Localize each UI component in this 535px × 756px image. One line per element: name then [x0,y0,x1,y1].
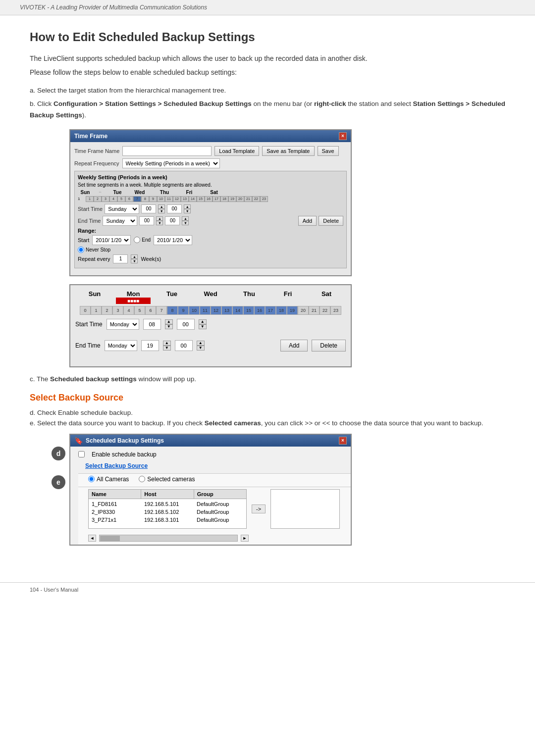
step-e-text: Select the data source you want to backu… [37,419,483,427]
repeat-every-input[interactable] [113,254,128,263]
time-frame-dialog: Time Frame × Time Frame Name Load Templa… [69,129,352,276]
backup-dialog: 🔖 Scheduled Backup Settings × d Enable s… [69,434,352,546]
large-end-hour-input[interactable] [141,340,159,351]
start-hour-spinner[interactable]: ▲ ▼ [158,204,165,213]
repeat-every-up[interactable]: ▲ [131,254,138,259]
large-end-min-input[interactable] [175,340,193,351]
time-frame-title: Time Frame [74,133,107,140]
start-day-select[interactable]: Sunday [105,204,139,214]
table-row[interactable]: 1_FD8161 192.168.5.101 DefaultGroup [89,500,246,508]
start-min-input[interactable] [167,204,182,213]
large-start-hour-input[interactable] [143,319,161,330]
large-start-min-up[interactable]: ▲ [199,319,207,324]
end-hour-down[interactable]: ▼ [156,221,163,225]
scroll-track[interactable] [99,535,238,542]
hour-cell-6: 6 [125,196,133,202]
repeat-every-down[interactable]: ▼ [131,259,138,263]
start-min-down[interactable]: ▼ [184,209,191,213]
large-start-hour-up[interactable]: ▲ [165,319,173,324]
end-min-input[interactable] [165,216,180,225]
large-end-hour-spinner[interactable]: ▲ ▼ [163,341,171,351]
enable-schedule-checkbox[interactable] [78,451,85,457]
range-section: Range: Start 2010/ 1/20 End 2010/ [78,228,343,263]
never-stop-radio[interactable] [78,247,84,253]
selected-cameras-radio[interactable] [139,476,145,482]
range-start-label: Start [78,237,89,243]
step-b-label: b. [30,100,37,107]
d-circle-container: d [52,447,69,460]
hour-cell-19: 19 [228,196,236,202]
hour-cell-17: 17 [213,196,220,202]
time-frame-close-button[interactable]: × [339,132,347,140]
table-row[interactable]: 3_PZ71x1 192.168.3.101 DefaultGroup [89,516,246,524]
selected-cameras-option: Selected cameras [139,476,195,483]
end-day-select[interactable]: Sunday [103,216,137,226]
large-end-min-down[interactable]: ▼ [197,346,205,351]
lhc-22: 22 [320,306,330,315]
save-button[interactable]: Save [318,146,339,156]
large-end-min-up[interactable]: ▲ [197,341,205,346]
scroll-left-button[interactable]: ◄ [88,535,96,542]
large-start-day-select[interactable]: Monday [107,319,139,330]
start-hour-up[interactable]: ▲ [158,204,165,209]
large-delete-button[interactable]: Delete [312,340,346,352]
hour-grid-prefix: 1 [78,197,85,201]
large-end-hour-down[interactable]: ▼ [163,346,171,351]
large-end-min-spinner[interactable]: ▲ ▼ [197,341,205,351]
large-action-row: Add Delete [280,340,346,352]
all-cameras-option: All Cameras [88,476,129,483]
cam-host-0: 192.168.5.101 [141,501,194,507]
large-start-min-down[interactable]: ▼ [199,324,207,329]
day-label-thu: Thu [152,190,177,195]
backup-close-button[interactable]: × [339,437,347,445]
large-start-min-input[interactable] [177,319,195,330]
step-a-text: Select the target station from the hiera… [37,87,226,94]
all-cameras-radio[interactable] [88,476,95,482]
time-frame-titlebar: Time Frame × [70,130,351,142]
repeat-frequency-select[interactable]: Weekly Setting (Periods in a week) [122,158,220,168]
backup-title: Scheduled Backup Settings [86,437,164,444]
add-button[interactable]: Add [298,216,317,226]
end-hour-up[interactable]: ▲ [156,216,163,221]
cameras-table: Name Host Group 1_FD8161 192.168.5.101 D… [88,489,247,529]
range-end-radio[interactable] [134,237,140,243]
scroll-right-button[interactable]: ► [241,535,249,542]
day-label-wed: Wed [127,190,152,195]
start-min-up[interactable]: ▲ [184,204,191,209]
end-hour-spinner[interactable]: ▲ ▼ [156,216,163,225]
load-template-button[interactable]: Load Template [214,146,259,156]
start-hour-input[interactable] [141,204,156,213]
hour-cell-4: 4 [109,196,117,202]
hour-cell-9: 9 [149,196,157,202]
large-add-button[interactable]: Add [280,340,308,352]
step-a-label: a. [30,87,37,94]
range-end-radio-label: End [134,237,151,243]
large-start-hour-spinner[interactable]: ▲ ▼ [165,319,173,329]
lhc-11: 11 [200,306,211,315]
repeat-every-spinner[interactable]: ▲ ▼ [131,254,138,263]
save-as-template-button[interactable]: Save as Template [262,146,314,156]
delete-button[interactable]: Delete [319,216,343,226]
time-frame-name-input[interactable] [122,146,212,156]
end-min-up[interactable]: ▲ [182,216,189,221]
cameras-outer: e All Cameras Selected cameras [70,473,351,545]
backup-titlebar: 🔖 Scheduled Backup Settings × [70,435,351,447]
large-start-hour-down[interactable]: ▼ [165,324,173,329]
range-end-date-select[interactable]: 2010/ 1/20 [154,235,192,245]
large-end-day-select[interactable]: Monday [105,340,137,351]
end-min-down[interactable]: ▼ [182,221,189,225]
repeat-frequency-row: Repeat Frequency Weekly Setting (Periods… [74,158,347,168]
arrow-right-button[interactable]: -> [252,504,266,513]
start-hour-down[interactable]: ▼ [158,209,165,213]
end-hour-input[interactable] [139,216,154,225]
large-start-min-spinner[interactable]: ▲ ▼ [199,319,207,329]
hour-cell-23: 23 [260,196,268,202]
never-stop-text: Never Stop [86,247,110,252]
steps-ab-list: a. Select the target station from the hi… [30,85,505,121]
end-min-spinner[interactable]: ▲ ▼ [182,216,189,225]
select-backup-source-label[interactable]: Select Backup Source [70,460,351,473]
large-end-hour-up[interactable]: ▲ [163,341,171,346]
table-row[interactable]: 2_IP8330 192.168.5.102 DefaultGroup [89,508,246,516]
start-min-spinner[interactable]: ▲ ▼ [184,204,191,213]
range-start-date-select[interactable]: 2010/ 1/20 [92,235,131,245]
